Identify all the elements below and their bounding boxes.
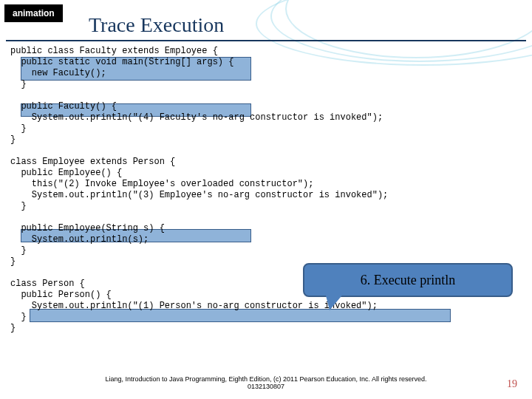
footer-citation: Liang, Introduction to Java Programming,… <box>103 375 429 390</box>
title-underline <box>6 40 526 41</box>
animation-badge: animation <box>4 4 63 22</box>
page-number: 19 <box>507 378 517 390</box>
callout-tail <box>325 293 344 310</box>
slide-title: Trace Execution <box>89 13 224 37</box>
